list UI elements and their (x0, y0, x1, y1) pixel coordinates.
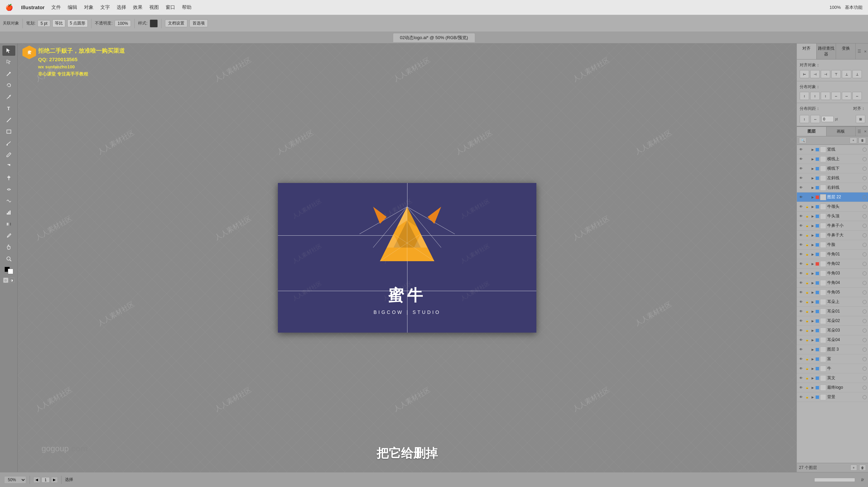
width-tool[interactable] (2, 184, 15, 195)
layer-target-circle[interactable] (863, 224, 867, 228)
layer-target-circle[interactable] (863, 395, 867, 399)
layer-eye-icon[interactable]: 👁 (798, 347, 804, 352)
layer-expand-icon[interactable]: ▶ (811, 233, 815, 237)
layer-expand-icon[interactable]: ▶ (811, 243, 815, 247)
layer-eye-icon[interactable]: 👁 (798, 385, 804, 390)
layer-item[interactable]: 👁🔒▶牛角02 (797, 259, 868, 269)
layer-eye-icon[interactable]: 👁 (798, 185, 804, 190)
layer-lock-icon[interactable]: 🔒 (805, 233, 809, 238)
layer-target-circle[interactable] (863, 195, 867, 199)
layer-target-circle[interactable] (863, 243, 867, 247)
layer-eye-icon[interactable]: 👁 (798, 299, 804, 305)
panel-close-button[interactable]: ✕ (863, 44, 868, 59)
layer-eye-icon[interactable]: 👁 (798, 366, 804, 371)
layer-eye-icon[interactable]: 👁 (798, 375, 804, 381)
layer-expand-icon[interactable]: ▶ (811, 148, 815, 152)
page-number-input[interactable] (41, 477, 50, 483)
layer-item[interactable]: 👁▶右斜线 (797, 183, 868, 192)
layer-expand-icon[interactable]: ▶ (811, 300, 815, 304)
layer-lock-icon[interactable]: 🔒 (805, 223, 809, 228)
menu-effect[interactable]: 效果 (133, 4, 143, 11)
layer-expand-icon[interactable]: ▶ (811, 329, 815, 333)
distribute-center-v-button[interactable]: ↕ (810, 92, 820, 100)
layers-delete-button[interactable]: 🗑 (858, 137, 866, 144)
style-swatch[interactable] (150, 19, 158, 28)
layer-expand-icon[interactable]: ▶ (811, 281, 815, 285)
menu-text[interactable]: 文字 (100, 4, 110, 11)
layer-lock-icon[interactable] (805, 347, 809, 352)
layer-target-circle[interactable] (863, 186, 867, 190)
layer-lock-icon[interactable] (805, 166, 809, 171)
layer-eye-icon[interactable]: 👁 (798, 337, 804, 343)
menu-help[interactable]: 帮助 (182, 4, 191, 11)
layer-expand-icon[interactable]: ▶ (811, 176, 815, 180)
layer-item[interactable]: 👁🔒▶耳朵03 (797, 326, 868, 335)
layer-item[interactable]: 👁🔒▶耳朵01 (797, 307, 868, 316)
mask-mode[interactable]: ◑ (9, 278, 15, 283)
layer-target-circle[interactable] (863, 271, 867, 275)
layer-target-circle[interactable] (863, 176, 867, 180)
layer-item[interactable]: 👁🔒▶富 (797, 354, 868, 364)
layer-item[interactable]: 👁🔒▶耳朵04 (797, 335, 868, 345)
layer-lock-icon[interactable]: 🔒 (805, 271, 809, 276)
tab-align[interactable]: 对齐 (797, 44, 817, 59)
pen-tool[interactable] (2, 92, 15, 102)
layer-eye-icon[interactable]: 👁 (798, 147, 804, 152)
layer-lock-icon[interactable]: 🔒 (805, 214, 809, 219)
layer-lock-icon[interactable]: 🔒 (805, 328, 809, 333)
layer-item[interactable]: 👁▶左斜线 (797, 173, 868, 183)
layer-expand-icon[interactable]: ▶ (811, 262, 815, 266)
layer-target-circle[interactable] (863, 262, 867, 266)
layer-item[interactable]: 👁🔒▶牛脸 (797, 240, 868, 250)
basic-functions[interactable]: 基本功能 (845, 4, 863, 11)
layer-item[interactable]: 👁🔒▶英文 (797, 373, 868, 383)
layer-item[interactable]: 👁🔒▶牛 (797, 364, 868, 373)
layer-item[interactable]: 👁🔒▶耳朵上 (797, 297, 868, 307)
layer-target-circle[interactable] (863, 157, 867, 161)
layer-lock-icon[interactable]: 🔒 (805, 281, 809, 285)
layer-lock-icon[interactable]: 🔒 (805, 290, 809, 295)
menu-object[interactable]: 对象 (84, 4, 94, 11)
layer-lock-icon[interactable]: 🔒 (805, 357, 809, 362)
menu-file[interactable]: 文件 (51, 4, 61, 11)
layer-expand-icon[interactable]: ▶ (811, 386, 815, 390)
layer-expand-icon[interactable]: ▶ (811, 224, 815, 228)
rotate-tool[interactable] (2, 161, 15, 171)
layer-target-circle[interactable] (863, 348, 867, 352)
line-tool[interactable] (2, 115, 15, 125)
layer-eye-icon[interactable]: 👁 (798, 195, 804, 200)
layer-lock-icon[interactable]: 🔒 (805, 309, 809, 314)
align-center-v-button[interactable]: ⊥ (842, 70, 851, 78)
direct-selection-tool[interactable] (2, 57, 15, 67)
menu-edit[interactable]: 编辑 (68, 4, 77, 11)
zoom-tool[interactable] (2, 254, 15, 264)
tab-layers[interactable]: 图层 (797, 127, 827, 136)
menu-select[interactable]: 选择 (117, 4, 126, 11)
layer-target-circle[interactable] (863, 357, 867, 361)
layer-item[interactable]: 👁🔒▶牛颈头 (797, 202, 868, 212)
tab-pathfinder[interactable]: 路径查找器 (817, 44, 836, 59)
layer-eye-icon[interactable]: 👁 (798, 233, 804, 238)
normal-mode[interactable]: □ (3, 278, 9, 283)
align-left-button[interactable]: ⊢ (800, 70, 809, 78)
layer-lock-icon[interactable]: 🔒 (805, 366, 809, 371)
layer-expand-icon[interactable]: ▶ (811, 186, 815, 190)
layer-eye-icon[interactable]: 👁 (798, 309, 804, 314)
layer-target-circle[interactable] (863, 309, 867, 314)
layer-eye-icon[interactable]: 👁 (798, 166, 804, 171)
layer-eye-icon[interactable]: 👁 (798, 280, 804, 286)
layer-lock-icon[interactable]: 🔒 (805, 300, 809, 304)
layers-find-button[interactable]: 🔍 (799, 137, 806, 144)
layer-eye-icon[interactable]: 👁 (798, 328, 804, 333)
layer-eye-icon[interactable]: 👁 (798, 261, 804, 267)
layer-eye-icon[interactable]: 👁 (798, 356, 804, 362)
spacing-v-button[interactable]: ↕ (800, 115, 809, 123)
layer-expand-icon[interactable]: ▶ (811, 195, 815, 199)
layer-eye-icon[interactable]: 👁 (798, 290, 804, 295)
layer-target-circle[interactable] (863, 252, 867, 256)
layer-lock-icon[interactable] (805, 185, 809, 190)
tab-transform[interactable]: 变换 (836, 44, 856, 59)
hand-tool[interactable] (2, 242, 15, 252)
layers-close-button[interactable]: ✕ (863, 127, 868, 136)
menu-view[interactable]: 视图 (149, 4, 159, 11)
